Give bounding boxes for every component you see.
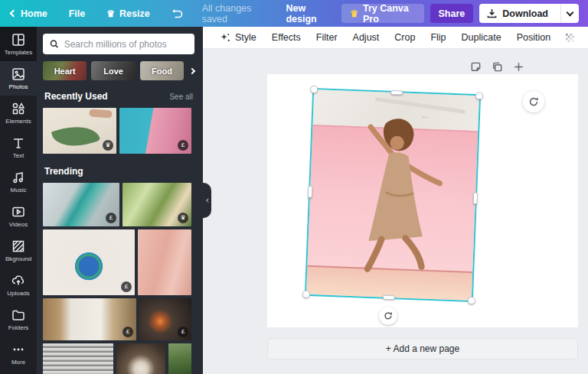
sidebar-item-music[interactable]: Music [0,164,37,199]
flip-button[interactable]: Flip [423,32,453,43]
photo-thumb-flowers[interactable]: £ [119,108,191,154]
paid-badge: £ [106,213,116,223]
search-input[interactable] [64,39,188,50]
editor-toolbar: Style Effects Filter Adjust Crop Flip Du… [203,27,588,49]
download-icon [487,8,497,18]
adjust-label: Adjust [353,32,380,43]
photo-thumb-kitchen-sink[interactable]: £ [43,298,136,340]
undo-icon [172,8,184,20]
chip-heart[interactable]: Heart [43,61,87,80]
sidebar-item-videos[interactable]: Videos [0,199,37,233]
photo-thumb-plants[interactable] [168,343,191,374]
share-button[interactable]: Share [430,4,474,23]
photo-thumb-chef[interactable] [116,343,165,374]
chip-label: Love [103,67,123,76]
resize-handle-s[interactable] [383,295,395,301]
collapse-chevron-icon [206,198,211,203]
photo-thumb-blinds[interactable] [43,343,113,374]
link-button[interactable] [582,32,588,44]
download-button[interactable]: Download [479,4,579,23]
top-bar: Home File ♛ Resize All changes saved New… [0,0,588,27]
recently-used-title: Recently Used [44,91,108,102]
refresh-button[interactable] [523,91,544,112]
sidebar-label: Bkground [5,255,31,262]
notes-button[interactable] [469,60,482,73]
photo-thumb-girl-pink-wall[interactable] [138,229,191,295]
position-button[interactable]: Position [509,32,558,43]
jumping-woman-photo[interactable] [306,89,479,301]
crown-badge: ♛ [178,213,188,223]
photo-thumb-kitchen-man[interactable]: £ [43,183,119,226]
crown-icon: ♛ [106,8,115,19]
crop-label: Crop [394,32,415,43]
sidebar-item-elements[interactable]: Elements [0,96,37,130]
see-all-link[interactable]: See all [169,93,193,101]
folders-icon [11,308,25,322]
pro-crown-icon: ♛ [350,8,358,19]
duplicate-button[interactable]: Duplicate [454,32,509,43]
new-design-button[interactable]: New design [275,0,341,27]
download-dropdown[interactable] [560,4,579,23]
photo-thumb-globe-hands[interactable]: £ [43,229,135,295]
sidebar-item-folders[interactable]: Folders [0,302,37,337]
background-icon [11,239,25,253]
try-canva-pro-button[interactable]: ♛ Try Canva Pro [341,4,423,23]
resize-handle-w[interactable] [308,186,313,198]
paid-badge: £ [178,140,188,151]
music-icon [11,171,25,184]
rotate-icon [384,311,393,320]
sidebar-item-more[interactable]: More [0,337,37,371]
sidebar-label: Photos [9,83,28,90]
filter-label: Filter [316,32,338,43]
search-icon [50,39,59,49]
woman-figure [336,115,455,292]
resize-handle-n[interactable] [390,90,403,96]
chip-love[interactable]: Love [91,61,135,80]
photo-thumb-fern[interactable]: ♛ [43,108,116,154]
resize-label: Resize [119,8,150,19]
share-label: Share [439,8,466,19]
panel-collapse-tab[interactable] [203,183,211,218]
filter-button[interactable]: Filter [309,32,345,43]
undo-button[interactable] [161,0,194,27]
file-menu[interactable]: File [58,0,96,27]
home-button[interactable]: Home [0,0,58,27]
sidebar-item-text[interactable]: Text [0,130,37,164]
sidebar-item-templates[interactable]: Templates [0,27,37,61]
search-box[interactable] [43,34,194,54]
chips-next-button[interactable] [189,67,195,73]
resize-button[interactable]: ♛ Resize [96,0,160,27]
selected-image[interactable] [306,89,479,301]
duplicate-page-button[interactable] [490,60,504,73]
resize-handle-e[interactable] [473,192,479,204]
download-main[interactable]: Download [479,8,556,19]
sidebar-item-background[interactable]: Bkground [0,233,37,268]
chip-label: Food [152,67,172,76]
add-page-icon-button[interactable] [511,60,525,73]
style-button[interactable]: Style [212,32,264,44]
category-chips: Heart Love Food [43,61,194,80]
add-new-page-button[interactable]: + Add a new page [267,338,578,359]
crop-button[interactable]: Crop [387,32,423,43]
text-icon [11,136,25,150]
photo-thumb-family-picnic[interactable]: ♛ [122,183,191,226]
videos-icon [11,205,25,219]
plus-icon [513,61,524,73]
sidebar-item-photos[interactable]: Photos [0,61,37,96]
refresh-icon [528,96,539,107]
effects-button[interactable]: Effects [264,32,309,43]
try-pro-label: Try Canva Pro [363,3,416,24]
chip-food[interactable]: Food [140,61,184,80]
photo-thumb-fireplace[interactable]: £ [139,298,191,340]
transparency-icon [564,32,576,44]
crown-badge: ♛ [103,140,113,151]
transparency-button[interactable] [558,32,582,44]
home-label: Home [21,8,47,19]
paid-badge: £ [178,327,188,337]
style-label: Style [235,32,256,43]
adjust-button[interactable]: Adjust [345,32,387,43]
sidebar-item-uploads[interactable]: Uploads [0,268,37,302]
download-label: Download [502,8,548,19]
add-page-label: + Add a new page [386,343,459,354]
style-sparkle-icon [220,32,231,44]
